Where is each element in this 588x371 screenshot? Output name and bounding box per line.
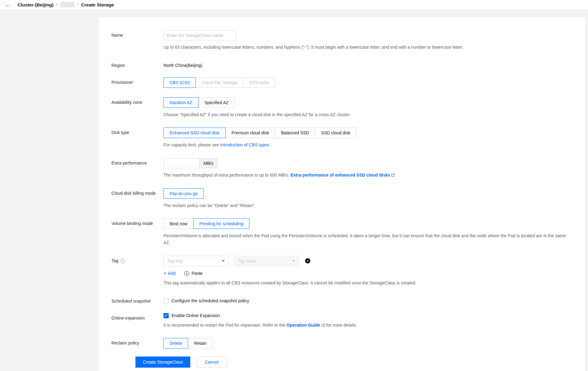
- disk-type-options: Enhanced SSD cloud disk Premium cloud di…: [163, 128, 570, 138]
- tag-key-placeholder: Tag Key: [167, 259, 183, 263]
- online-expansion-checkbox[interactable]: ✓: [163, 313, 169, 318]
- tag-add-button[interactable]: + Add: [163, 271, 175, 276]
- breadcrumb-cluster[interactable]: Cluster-(Beijing): [18, 2, 54, 7]
- scheduled-snapshot-label: Scheduled snapshot: [99, 296, 163, 304]
- operation-guide-link[interactable]: Operation Guide: [286, 323, 320, 328]
- provisioner-option-cbs-csi[interactable]: CBS (CSI): [163, 77, 196, 88]
- billing-mode-help-text: The reclaim policy can be "Delete" and "…: [163, 202, 567, 209]
- region-row: Region North China(Beijing): [99, 60, 570, 68]
- breadcrumb-separator: /: [56, 2, 58, 7]
- online-expansion-help-suffix: for more details.: [325, 323, 357, 328]
- disk-type-help-text: For capacity limit, please see Introduct…: [163, 142, 567, 149]
- provisioner-row: Provisioner CBS (CSI) Cloud File Storage…: [99, 77, 570, 88]
- online-expansion-label: Online expansion: [99, 313, 163, 329]
- external-link-icon: [391, 173, 395, 177]
- disk-type-option-enhanced-ssd[interactable]: Enhanced SSD cloud disk: [163, 128, 226, 138]
- reclaim-option-retain[interactable]: Retain: [188, 338, 212, 349]
- extra-performance-link[interactable]: Extra performance of enhanced SSD cloud …: [290, 173, 390, 177]
- info-icon[interactable]: i: [120, 259, 125, 263]
- region-value: North China(Beijing): [163, 60, 570, 68]
- create-storage-form-card: Name Up to 63 characters, including lowe…: [99, 17, 585, 371]
- reclaim-policy-options: Delete Retain: [163, 338, 570, 349]
- extra-performance-help-text: The maximum throughput of extra performa…: [163, 172, 567, 179]
- volume-binding-label: Volume binding mode: [99, 218, 163, 246]
- extra-performance-label: Extra performance: [99, 158, 163, 179]
- volume-binding-option-bind-now[interactable]: Bind now: [163, 218, 194, 229]
- tag-select-group: Tag Key Tag Value ✕: [163, 256, 570, 266]
- region-label: Region: [99, 60, 163, 68]
- tag-row: Tag i Tag Key Tag Value ✕: [99, 256, 570, 287]
- availability-zone-label: Availability zone: [99, 97, 163, 118]
- disk-type-help-prefix: For capacity limit, please see: [163, 142, 220, 147]
- provisioner-option-cfs-turbo: CFS turbo: [243, 77, 275, 88]
- online-expansion-help-prefix: It is recommended to restart the Pod for…: [163, 323, 286, 328]
- cancel-button[interactable]: Cancel: [196, 357, 227, 368]
- reclaim-option-delete[interactable]: Delete: [163, 338, 188, 349]
- volume-binding-row: Volume binding mode Bind now Pending for…: [99, 218, 570, 246]
- name-row: Name Up to 63 characters, including lowe…: [99, 30, 570, 51]
- name-label: Name: [99, 30, 163, 51]
- scheduled-snapshot-checkbox-row: Configure the scheduled snapshot policy: [163, 296, 570, 304]
- az-option-specified[interactable]: Specified AZ: [198, 97, 235, 108]
- tag-key-select[interactable]: Tag Key: [163, 256, 228, 266]
- extra-performance-unit: MB/s: [199, 158, 218, 168]
- breadcrumb-separator: /: [77, 2, 79, 7]
- tag-value-placeholder: Tag Value: [238, 259, 256, 263]
- availability-zone-row: Availability zone Random AZ Specified AZ…: [99, 97, 570, 118]
- volume-binding-option-pending[interactable]: Pending for scheduling: [193, 218, 249, 229]
- az-option-random[interactable]: Random AZ: [163, 97, 199, 108]
- tag-actions: + Add Paste: [163, 271, 570, 276]
- online-expansion-checkbox-row: ✓ Enable Online Expansion: [163, 313, 570, 318]
- tag-label: Tag: [111, 258, 119, 263]
- tag-help-text: This tag automatically applies to all CB…: [163, 280, 567, 287]
- volume-binding-help-text: PersistentVolume is allocated and bound …: [163, 233, 567, 246]
- footer-action-bar: Create StorageClass Cancel: [99, 353, 585, 371]
- extra-performance-row: Extra performance MB/s The maximum throu…: [99, 158, 570, 179]
- disk-type-label: Disk type: [99, 128, 163, 149]
- provisioner-option-cloud-file-storage: Cloud File Storage: [195, 77, 244, 88]
- topbar: ← Cluster-(Beijing) / / Create Storage: [0, 0, 588, 9]
- create-storageclass-button[interactable]: Create StorageClass: [135, 357, 190, 368]
- extra-performance-help-prefix: The maximum throughput of extra performa…: [163, 173, 290, 177]
- online-expansion-row: Online expansion ✓ Enable Online Expansi…: [99, 313, 570, 329]
- back-icon[interactable]: ←: [5, 2, 11, 8]
- extra-performance-input[interactable]: [163, 158, 199, 168]
- billing-mode-options: Pay-as-you-go: [163, 188, 570, 199]
- tag-delete-icon[interactable]: ✕: [305, 258, 310, 263]
- external-link-icon: [321, 323, 325, 327]
- breadcrumb-redacted-item[interactable]: [60, 2, 75, 7]
- disk-type-option-ssd[interactable]: SSD cloud disk: [315, 128, 356, 138]
- online-expansion-help-text: It is recommended to restart the Pod for…: [163, 322, 567, 329]
- breadcrumb-current-page-title: Create Storage: [81, 2, 114, 7]
- cbs-types-link[interactable]: Introduction of CBS types: [220, 142, 269, 147]
- extra-performance-input-group: MB/s: [163, 158, 570, 168]
- tag-label-wrap: Tag i: [99, 256, 163, 287]
- online-expansion-checkbox-label: Enable Online Expansion: [171, 313, 220, 318]
- tag-paste-button[interactable]: Paste: [184, 271, 203, 276]
- tag-paste-label: Paste: [191, 271, 203, 276]
- disk-type-row: Disk type Enhanced SSD cloud disk Premiu…: [99, 128, 570, 149]
- provisioner-options: CBS (CSI) Cloud File Storage CFS turbo: [163, 77, 570, 88]
- name-help-text: Up to 63 characters, including lowercase…: [163, 44, 567, 51]
- provisioner-label: Provisioner: [99, 77, 163, 88]
- volume-binding-options: Bind now Pending for scheduling: [163, 218, 570, 229]
- billing-mode-row: Cloud disk billing mode Pay-as-you-go Th…: [99, 188, 570, 209]
- create-storage-page: ← Cluster-(Beijing) / / Create Storage N…: [0, 0, 588, 371]
- scheduled-snapshot-checkbox-label: Configure the scheduled snapshot policy: [171, 298, 249, 303]
- scheduled-snapshot-row: Scheduled snapshot Configure the schedul…: [99, 296, 570, 304]
- chevron-down-icon: [292, 260, 295, 262]
- billing-mode-label: Cloud disk billing mode: [99, 188, 163, 209]
- paste-circle-icon: [184, 271, 189, 276]
- availability-zone-help-text: Choose "Specified AZ" if you need to cre…: [163, 112, 567, 118]
- tag-value-select: Tag Value: [234, 256, 299, 266]
- disk-type-option-balanced-ssd[interactable]: Balanced SSD: [275, 128, 315, 138]
- availability-zone-options: Random AZ Specified AZ: [163, 97, 570, 108]
- storageclass-name-input[interactable]: [163, 30, 236, 40]
- tag-add-label: Add: [168, 271, 175, 276]
- scheduled-snapshot-checkbox[interactable]: [163, 298, 169, 304]
- chevron-down-icon: [222, 260, 225, 262]
- disk-type-option-premium[interactable]: Premium cloud disk: [225, 128, 275, 138]
- billing-option-pay-as-you-go[interactable]: Pay-as-you-go: [163, 188, 204, 199]
- plus-icon: +: [163, 271, 166, 276]
